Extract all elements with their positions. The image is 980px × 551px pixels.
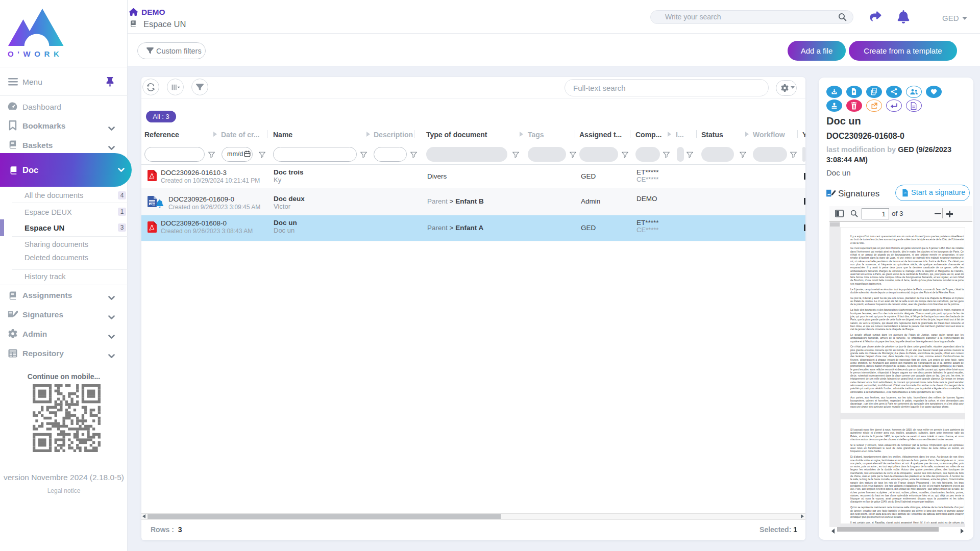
svg-text:O'WORK: O'WORK	[8, 49, 63, 58]
svg-text:w: w	[149, 203, 152, 206]
